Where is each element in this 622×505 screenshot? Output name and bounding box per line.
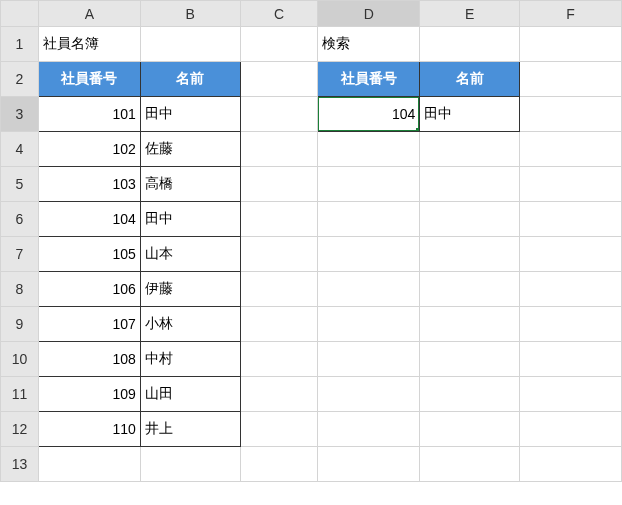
cell-F3[interactable] (520, 97, 622, 132)
cell-A5[interactable]: 103 (38, 167, 140, 202)
cell-E8[interactable] (420, 272, 520, 307)
col-header-F[interactable]: F (520, 1, 622, 27)
cell-B12[interactable]: 井上 (140, 412, 240, 447)
cell-D13[interactable] (318, 447, 420, 482)
cell-B8[interactable]: 伊藤 (140, 272, 240, 307)
col-header-C[interactable]: C (240, 1, 318, 27)
cell-D4[interactable] (318, 132, 420, 167)
cell-C2[interactable] (240, 62, 318, 97)
cell-F1[interactable] (520, 27, 622, 62)
cell-B11[interactable]: 山田 (140, 377, 240, 412)
cell-B3[interactable]: 田中 (140, 97, 240, 132)
cell-C11[interactable] (240, 377, 318, 412)
cell-F2[interactable] (520, 62, 622, 97)
cell-F12[interactable] (520, 412, 622, 447)
row-header-4[interactable]: 4 (1, 132, 39, 167)
cell-C13[interactable] (240, 447, 318, 482)
cell-E2[interactable]: 名前 (420, 62, 520, 97)
cell-F10[interactable] (520, 342, 622, 377)
cell-E11[interactable] (420, 377, 520, 412)
col-header-A[interactable]: A (38, 1, 140, 27)
row-header-12[interactable]: 12 (1, 412, 39, 447)
cell-D12[interactable] (318, 412, 420, 447)
cell-A4[interactable]: 102 (38, 132, 140, 167)
cell-E7[interactable] (420, 237, 520, 272)
cell-B2[interactable]: 名前 (140, 62, 240, 97)
cell-D11[interactable] (318, 377, 420, 412)
cell-C3[interactable] (240, 97, 318, 132)
cell-A6[interactable]: 104 (38, 202, 140, 237)
cell-A9[interactable]: 107 (38, 307, 140, 342)
cell-B4[interactable]: 佐藤 (140, 132, 240, 167)
cell-E13[interactable] (420, 447, 520, 482)
cell-D1[interactable]: 検索 (318, 27, 420, 62)
cell-F13[interactable] (520, 447, 622, 482)
cell-C5[interactable] (240, 167, 318, 202)
cell-C7[interactable] (240, 237, 318, 272)
cell-F11[interactable] (520, 377, 622, 412)
cell-D10[interactable] (318, 342, 420, 377)
cell-F8[interactable] (520, 272, 622, 307)
cell-B7[interactable]: 山本 (140, 237, 240, 272)
cell-C6[interactable] (240, 202, 318, 237)
cell-F4[interactable] (520, 132, 622, 167)
cell-C1[interactable] (240, 27, 318, 62)
cell-B6[interactable]: 田中 (140, 202, 240, 237)
cell-F7[interactable] (520, 237, 622, 272)
col-header-D[interactable]: D (318, 1, 420, 27)
cell-C9[interactable] (240, 307, 318, 342)
cell-A3[interactable]: 101 (38, 97, 140, 132)
cell-A12[interactable]: 110 (38, 412, 140, 447)
cell-B9[interactable]: 小林 (140, 307, 240, 342)
cell-A11[interactable]: 109 (38, 377, 140, 412)
cell-D9[interactable] (318, 307, 420, 342)
row-header-6[interactable]: 6 (1, 202, 39, 237)
cell-E5[interactable] (420, 167, 520, 202)
cell-E4[interactable] (420, 132, 520, 167)
select-all-corner[interactable] (1, 1, 39, 27)
row-header-13[interactable]: 13 (1, 447, 39, 482)
row-header-8[interactable]: 8 (1, 272, 39, 307)
cell-F6[interactable] (520, 202, 622, 237)
cell-C12[interactable] (240, 412, 318, 447)
cell-E3[interactable]: 田中 (420, 97, 520, 132)
cell-E9[interactable] (420, 307, 520, 342)
cell-D7[interactable] (318, 237, 420, 272)
row-header-11[interactable]: 11 (1, 377, 39, 412)
cell-B5[interactable]: 高橋 (140, 167, 240, 202)
row-header-3[interactable]: 3 (1, 97, 39, 132)
cell-D5[interactable] (318, 167, 420, 202)
cell-D2[interactable]: 社員番号 (318, 62, 420, 97)
cell-A2[interactable]: 社員番号 (38, 62, 140, 97)
cell-C10[interactable] (240, 342, 318, 377)
cell-A13[interactable] (38, 447, 140, 482)
row-header-7[interactable]: 7 (1, 237, 39, 272)
cell-C8[interactable] (240, 272, 318, 307)
row-header-2[interactable]: 2 (1, 62, 39, 97)
cell-B10[interactable]: 中村 (140, 342, 240, 377)
cell-E6[interactable] (420, 202, 520, 237)
cell-D8[interactable] (318, 272, 420, 307)
cell-A7[interactable]: 105 (38, 237, 140, 272)
cell-E1[interactable] (420, 27, 520, 62)
col-header-B[interactable]: B (140, 1, 240, 27)
row-header-9[interactable]: 9 (1, 307, 39, 342)
row-header-10[interactable]: 10 (1, 342, 39, 377)
row-header-1[interactable]: 1 (1, 27, 39, 62)
fill-handle[interactable] (416, 128, 420, 132)
cell-A1[interactable]: 社員名簿 (38, 27, 140, 62)
cell-A10[interactable]: 108 (38, 342, 140, 377)
cell-B13[interactable] (140, 447, 240, 482)
cell-D6[interactable] (318, 202, 420, 237)
cell-C4[interactable] (240, 132, 318, 167)
spreadsheet-grid[interactable]: A B C D E F 1 社員名簿 検索 2 社員番号 名前 社員番号 名前 … (0, 0, 622, 482)
cell-E12[interactable] (420, 412, 520, 447)
cell-E10[interactable] (420, 342, 520, 377)
cell-B1[interactable] (140, 27, 240, 62)
row-header-5[interactable]: 5 (1, 167, 39, 202)
cell-F9[interactable] (520, 307, 622, 342)
cell-D3[interactable]: 104 (318, 97, 420, 132)
cell-A8[interactable]: 106 (38, 272, 140, 307)
cell-F5[interactable] (520, 167, 622, 202)
col-header-E[interactable]: E (420, 1, 520, 27)
